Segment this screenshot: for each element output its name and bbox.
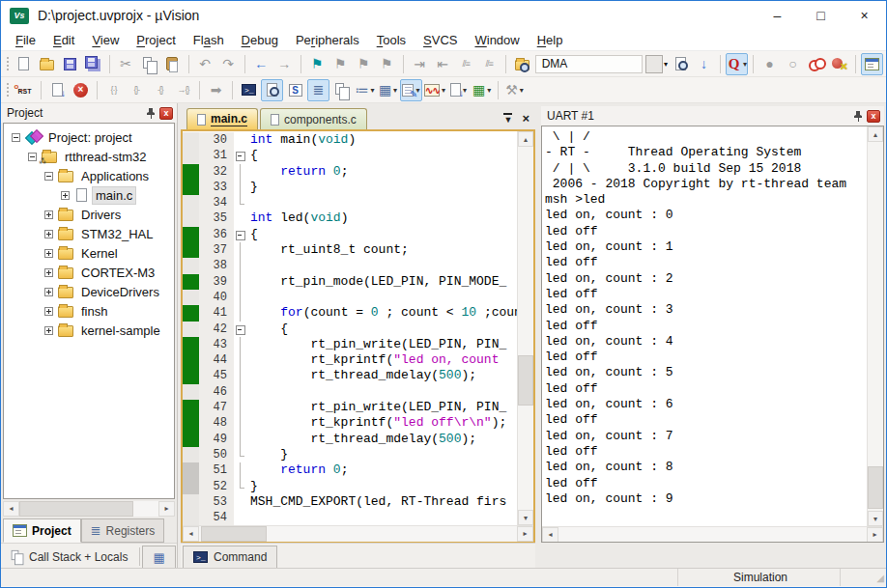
kill-breakpoints-icon[interactable] [828,53,850,75]
call-stack-window-icon[interactable] [330,79,353,101]
scroll-track[interactable] [199,526,517,542]
code-line[interactable]: 45 rt_thread_mdelay(500); [183,368,517,383]
code-editor[interactable]: 30int main(void)31{32 return 0;33}3435in… [183,131,517,525]
tree-item-kernel[interactable]: Kernel [4,243,174,263]
disassembly-window-icon[interactable] [261,79,283,101]
code-line[interactable]: 32 return 0; [183,164,517,180]
tree-item-finsh[interactable]: finsh [4,301,174,321]
code-line[interactable]: 41 for(count = 0 ; count < 10 ;count++) [183,305,517,321]
tree-item-applications[interactable]: Applications [4,166,174,185]
scroll-track[interactable] [558,527,867,543]
menu-edit[interactable]: Edit [44,31,83,49]
scroll-right-arrow-icon[interactable]: ▸ [867,527,883,543]
code-line[interactable]: 49 rt_thread_mdelay(500); [183,432,517,447]
editor-tab-components-c[interactable]: components.c [260,108,367,129]
code-line[interactable]: 54 [183,510,517,525]
tree-item-main-c[interactable]: main.c [4,185,174,205]
tree-expander-icon[interactable] [44,172,53,181]
code-line[interactable]: 33} [183,180,517,195]
menu-window[interactable]: Window [466,31,528,49]
dropdown-caret-icon[interactable]: ▾ [442,86,445,95]
tree-item-kernel-sample[interactable]: kernel-sample [4,321,174,340]
new-file-icon[interactable] [13,53,35,75]
incremental-find-icon[interactable]: ↓ [693,53,715,75]
trace-window-icon[interactable]: ▾ [447,79,470,101]
scroll-track[interactable] [19,501,158,517]
tree-expander-icon[interactable] [44,268,53,277]
code-line[interactable]: 50 } [183,447,517,462]
dropdown-caret-icon[interactable]: ▾ [743,60,747,69]
toolbox-icon[interactable]: ⚒▾ [503,79,526,101]
next-bookmark-icon[interactable]: ⚑ [329,53,352,75]
editor-vscrollbar[interactable]: ▴ ▾ [517,131,533,525]
editor-hscrollbar[interactable]: ◂ ▸ [183,525,533,541]
unindent-icon[interactable]: ⇤ [432,53,454,75]
scroll-thumb[interactable] [201,526,267,542]
scroll-right-arrow-icon[interactable]: ▸ [517,526,533,542]
scroll-left-arrow-icon[interactable]: ◂ [183,526,199,542]
menu-tools[interactable]: Tools [368,31,415,49]
tree-expander-icon[interactable] [44,326,53,335]
find-in-files-window-icon[interactable] [670,53,692,75]
serial-window-icon[interactable]: ▾ [400,79,422,101]
fold-box-icon[interactable] [234,148,246,163]
watch-window-icon[interactable]: ≔▾ [354,79,376,101]
copy-icon[interactable] [138,53,160,75]
code-line[interactable]: 35int led(void) [183,210,517,226]
code-line[interactable]: 47 rt_pin_write(LED_PIN, PIN_ [183,400,517,415]
menu-debug[interactable]: Debug [233,31,287,49]
scroll-down-arrow-icon[interactable]: ▾ [518,510,533,525]
tree-expander-icon[interactable] [44,249,53,258]
tree-item-project-project[interactable]: Project: project [4,127,174,147]
run-to-cursor-icon[interactable]: →{} [172,79,194,101]
code-line[interactable]: 43 rt_pin_write(LED_PIN, PIN_ [183,337,517,352]
menu-svcs[interactable]: SVCS [415,31,466,49]
save-all-icon[interactable] [82,53,104,75]
clear-bookmarks-icon[interactable]: ⚑ [376,53,398,75]
paste-icon[interactable] [161,53,184,75]
registers-window-icon[interactable]: ≣ [307,79,329,101]
pin-icon[interactable] [146,108,156,119]
tree-item-stm32-hal[interactable]: STM32_HAL [4,224,174,243]
menu-file[interactable]: File [7,31,44,49]
find-in-files-icon[interactable] [511,53,533,75]
tree-expander-icon[interactable] [12,133,20,142]
find-combo[interactable]: DMA [535,55,643,73]
prev-bookmark-icon[interactable]: ⚑ [353,53,375,75]
dropdown-caret-icon[interactable]: ▾ [520,86,524,95]
stop-debug-icon[interactable]: × [70,79,92,101]
editor-tab-main-c[interactable]: main.c [186,108,258,129]
code-line[interactable]: 36{ [183,227,517,242]
toggle-breakpoint-icon[interactable] [805,53,827,75]
pin-icon[interactable] [853,111,863,122]
resize-grip[interactable]: ◢ [840,569,886,586]
comment-icon[interactable]: //≡ [455,53,477,75]
menu-view[interactable]: View [83,31,128,49]
indent-icon[interactable]: ⇥ [409,53,431,75]
redo-icon[interactable]: ↷ [217,53,240,75]
menu-project[interactable]: Project [128,31,184,49]
uart-output[interactable]: \ | /- RT - Thread Operating System / | … [542,126,867,526]
step-icon[interactable]: {·} [102,79,125,101]
dropdown-caret-icon[interactable]: ▾ [487,86,491,95]
project-tree[interactable]: Project: projectrtthread-stm32Applicatio… [3,123,175,499]
fold-box-icon[interactable] [234,227,246,242]
command-window-icon[interactable]: >_ [238,79,260,101]
scroll-up-arrow-icon[interactable]: ▴ [868,126,883,142]
step-over-icon[interactable]: {}· [126,79,148,101]
navigate-back-icon[interactable]: ← [250,53,272,75]
toolbar-grip[interactable] [5,55,9,72]
disable-breakpoint-icon[interactable]: ○ [782,53,804,75]
scroll-left-arrow-icon[interactable]: ◂ [3,501,19,517]
save-icon[interactable] [59,53,81,75]
tab-project[interactable]: Project [3,518,81,543]
scroll-thumb[interactable] [868,466,883,509]
symbol-window-icon[interactable]: S [284,79,306,101]
step-out-icon[interactable]: ·{} [149,79,171,101]
memory-window-icon[interactable]: ▦▾ [377,79,399,101]
run-icon[interactable]: ➡ [205,79,227,101]
tree-expander-icon[interactable] [44,210,53,219]
code-line[interactable]: 31{ [183,148,517,163]
window-list-icon[interactable]: ▼ [503,113,512,125]
uart-vscrollbar[interactable]: ▴ ▾ [867,126,883,526]
